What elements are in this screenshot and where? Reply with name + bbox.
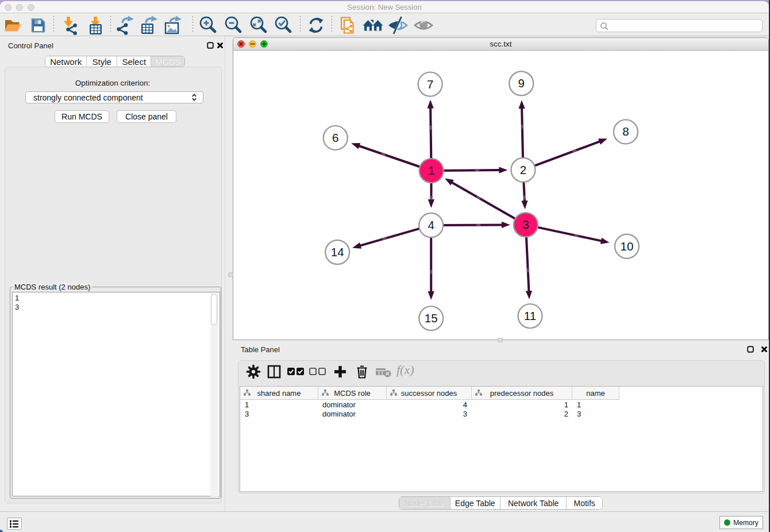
svg-text:10: 10 bbox=[620, 240, 633, 253]
svg-text:1: 1 bbox=[428, 164, 434, 177]
svg-text:9: 9 bbox=[518, 76, 524, 90]
svg-text:15: 15 bbox=[425, 311, 438, 325]
svg-text:2: 2 bbox=[520, 163, 526, 176]
svg-text:14: 14 bbox=[331, 245, 344, 259]
svg-text:6: 6 bbox=[332, 131, 338, 144]
svg-text:7: 7 bbox=[427, 78, 433, 91]
svg-text:11: 11 bbox=[524, 309, 536, 322]
svg-text:8: 8 bbox=[622, 125, 629, 138]
svg-text:4: 4 bbox=[428, 218, 434, 232]
svg-text:3: 3 bbox=[522, 218, 529, 231]
